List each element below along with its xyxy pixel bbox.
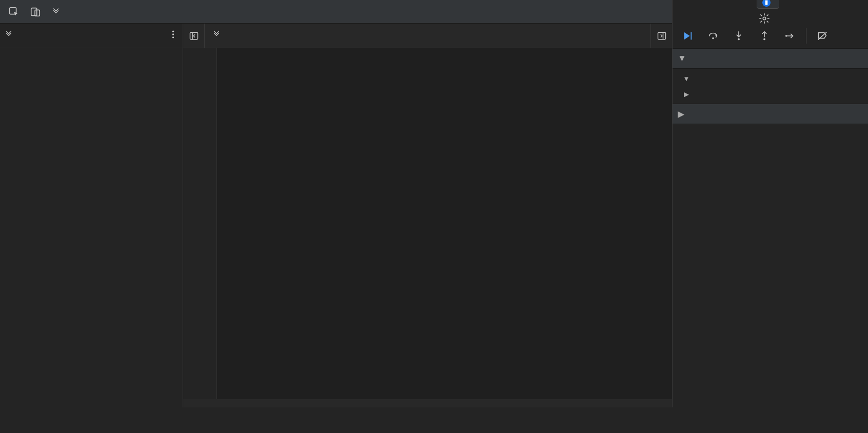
file-tabs-overflow-icon[interactable] xyxy=(205,30,228,42)
inspect-element-icon[interactable] xyxy=(4,2,24,22)
deactivate-breakpoints-button[interactable] xyxy=(811,26,834,46)
devtools-top-tabs: ✕ ▮ xyxy=(0,0,868,24)
svg-rect-2 xyxy=(35,10,40,16)
line-gutter[interactable] xyxy=(183,48,217,399)
step-over-button[interactable] xyxy=(701,26,725,46)
file-tabs xyxy=(183,24,672,48)
scope-script-header[interactable]: ▼ xyxy=(673,71,868,86)
device-mode-icon[interactable] xyxy=(26,2,45,22)
svg-point-13 xyxy=(712,37,714,39)
editor-scrollbar[interactable] xyxy=(183,399,672,407)
debugger-toolbar xyxy=(673,24,868,48)
navigator-overflow-icon[interactable] xyxy=(4,30,13,42)
status-strip xyxy=(0,407,868,433)
svg-point-3 xyxy=(763,17,766,20)
scope-section-header[interactable]: ▼ xyxy=(673,48,868,69)
code-editor[interactable] xyxy=(183,48,672,399)
svg-point-9 xyxy=(172,36,174,38)
step-button[interactable] xyxy=(778,26,802,46)
resume-button[interactable] xyxy=(676,26,699,46)
toggle-navigator-icon[interactable] xyxy=(183,24,205,48)
navigator-menu-icon[interactable] xyxy=(164,30,183,42)
editor-panel xyxy=(183,24,672,407)
messages-badge[interactable]: ▮ xyxy=(757,0,779,9)
scope-global[interactable]: ▶ xyxy=(673,86,868,102)
step-out-button[interactable] xyxy=(753,26,776,46)
svg-point-7 xyxy=(172,31,174,32)
svg-point-8 xyxy=(172,33,174,35)
file-tree xyxy=(0,48,183,407)
code-area[interactable] xyxy=(217,48,672,399)
navigator-panel xyxy=(0,24,183,407)
overflow-tabs-icon[interactable] xyxy=(45,0,67,24)
call-stack-section-header[interactable]: ▶ xyxy=(673,104,868,124)
toggle-debugger-icon[interactable] xyxy=(650,24,672,48)
navigator-tabs xyxy=(0,24,183,48)
svg-rect-12 xyxy=(691,32,692,40)
svg-rect-1 xyxy=(31,8,37,15)
svg-point-15 xyxy=(763,38,765,40)
svg-point-16 xyxy=(785,35,787,37)
step-into-button[interactable] xyxy=(727,26,751,46)
svg-point-14 xyxy=(738,38,740,40)
debugger-panel: ▼ ▼ ▶ ▶ xyxy=(672,24,868,407)
